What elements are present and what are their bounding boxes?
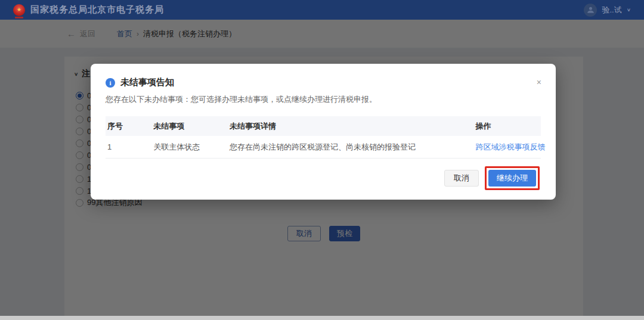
col-header-detail: 未结事项详情 — [230, 121, 475, 132]
cross-region-feedback-link[interactable]: 跨区域涉税事项反馈 — [475, 142, 545, 151]
modal-footer: 取消 继续办理 — [444, 166, 540, 190]
app-header: ★ 国家税务总局北京市电子税务局 验..试 ∨ — [0, 0, 644, 20]
col-header-item: 未结事项 — [153, 121, 230, 132]
app-title: 国家税务总局北京市电子税务局 — [30, 4, 164, 15]
pending-items-table: 序号 未结事项 未结事项详情 操作 1 关联主体状态 您存在尚未注销的跨区税源登… — [106, 116, 541, 159]
modal-title: 未结事项告知 — [120, 77, 174, 88]
col-header-seq: 序号 — [106, 121, 153, 132]
info-icon: i — [106, 78, 115, 88]
horizontal-scrollbar[interactable] — [0, 316, 644, 320]
cell-seq: 1 — [106, 142, 153, 151]
modal-title-row: i 未结事项告知 — [106, 77, 174, 88]
star-icon: ★ — [17, 7, 21, 13]
cell-action: 跨区域涉税事项反馈 — [475, 142, 541, 153]
pending-items-modal: × i 未结事项告知 您存在以下未办结事项：您可选择办理未结事项，或点继续办理进… — [91, 64, 556, 200]
user-icon — [586, 5, 595, 14]
table-header-row: 序号 未结事项 未结事项详情 操作 — [106, 116, 541, 136]
cell-item: 关联主体状态 — [153, 142, 230, 153]
chevron-down-icon[interactable]: ∨ — [627, 7, 631, 13]
close-icon[interactable]: × — [537, 78, 541, 86]
cell-detail: 您存在尚未注销的跨区税源登记、尚未核销的报验登记 — [230, 142, 475, 153]
modal-cancel-button[interactable]: 取消 — [444, 170, 479, 187]
continue-button[interactable]: 继续办理 — [488, 170, 536, 187]
avatar[interactable] — [584, 4, 597, 17]
national-emblem-icon: ★ — [13, 4, 25, 16]
col-header-action: 操作 — [475, 121, 541, 132]
user-name[interactable]: 验..试 — [602, 5, 621, 15]
table-row: 1 关联主体状态 您存在尚未注销的跨区税源登记、尚未核销的报验登记 跨区域涉税事… — [106, 136, 541, 159]
modal-description: 您存在以下未办结事项：您可选择办理未结事项，或点继续办理进行清税申报。 — [106, 94, 377, 105]
user-menu[interactable]: 验..试 ∨ — [584, 4, 631, 17]
red-highlight-annotation: 继续办理 — [485, 166, 540, 190]
